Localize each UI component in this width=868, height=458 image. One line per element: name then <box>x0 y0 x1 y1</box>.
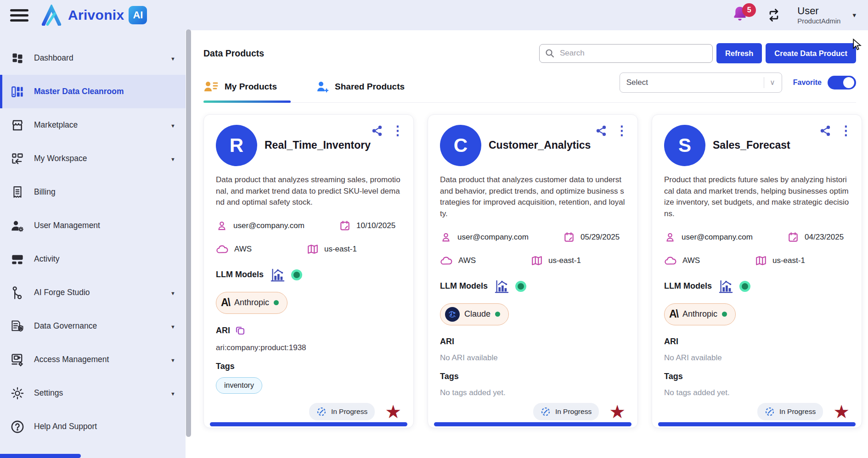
sidebar-item-marketplace[interactable]: Marketplace <box>0 108 186 142</box>
sidebar: Dashboard Master Data Cleanroom Marketpl… <box>0 30 186 458</box>
sidebar-item-master-data-cleanroom[interactable]: Master Data Cleanroom <box>0 75 186 108</box>
copy-icon[interactable] <box>235 325 246 336</box>
workspace-icon <box>10 152 25 165</box>
ari-label-row: ARI <box>664 337 850 346</box>
kebab-menu-icon[interactable] <box>391 125 404 137</box>
shared-products-icon <box>316 80 328 93</box>
region-field: us-east-1 <box>307 243 357 255</box>
product-card-grid: R Real_Time_Inventory Data product that … <box>203 114 856 428</box>
search-icon <box>545 49 554 58</box>
sidebar-item-settings[interactable]: Settings <box>0 376 186 410</box>
cloud-icon <box>216 244 229 255</box>
llm-status-dot <box>515 281 526 292</box>
hamburger-menu-icon[interactable] <box>10 9 28 22</box>
chevron-down-icon[interactable] <box>170 53 175 63</box>
model-chip[interactable]: Anthropic <box>664 303 736 325</box>
toggle-knob <box>843 77 854 88</box>
owner-field: user@company.com <box>664 231 787 243</box>
share-icon[interactable] <box>819 125 831 137</box>
cloud-field: AWS <box>440 255 531 266</box>
sidebar-item-ai-forge-studio[interactable]: AI Forge Studio <box>0 276 186 309</box>
person-icon <box>440 231 452 243</box>
card-title: Sales_Forecast <box>713 139 790 151</box>
sidebar-item-user-management[interactable]: User Management <box>0 209 186 242</box>
favorite-star[interactable] <box>833 403 850 420</box>
favorite-toggle[interactable] <box>828 76 856 89</box>
notification-count-badge: 5 <box>742 3 756 17</box>
kebab-menu-icon[interactable] <box>840 125 852 137</box>
sidebar-item-label: Access Management <box>34 355 109 364</box>
sidebar-item-label: Billing <box>34 187 56 197</box>
region-field: us-east-1 <box>755 255 805 267</box>
search-input[interactable] <box>559 48 707 58</box>
scrollbar-thumb[interactable] <box>186 29 191 437</box>
branch-icon <box>10 286 25 300</box>
llm-status-dot <box>291 269 302 280</box>
card-accent-bar <box>658 422 856 426</box>
share-icon[interactable] <box>595 125 607 137</box>
ari-empty-text: No ARI available <box>440 353 626 363</box>
chevron-down-icon[interactable] <box>170 154 175 163</box>
region-field: us-east-1 <box>531 255 581 267</box>
favorite-star[interactable] <box>609 403 626 420</box>
sidebar-item-billing[interactable]: Billing <box>0 175 186 209</box>
tab-my-products[interactable]: My Products <box>203 80 291 102</box>
avatar: C <box>440 125 481 166</box>
model-chip[interactable]: Claude <box>440 303 509 325</box>
model-chart-icon <box>718 279 733 294</box>
notifications-button[interactable]: 5 <box>732 5 750 25</box>
favorite-star[interactable] <box>385 403 401 420</box>
sidebar-item-dashboard[interactable]: Dashboard <box>0 41 186 75</box>
card-accent-bar <box>210 422 407 426</box>
help-icon <box>10 420 25 434</box>
sidebar-item-access-management[interactable]: Access Management <box>0 343 186 376</box>
card-title: Customer_Analytics <box>489 139 591 151</box>
search-box <box>539 44 713 63</box>
create-data-product-button[interactable]: Create Data Product <box>766 43 856 63</box>
page-title: Data Products <box>203 48 264 59</box>
date-field: 04/23/2025 <box>787 231 844 243</box>
model-chip[interactable]: Anthropic <box>216 292 287 314</box>
favorite-filter: Favorite <box>793 76 856 89</box>
kebab-menu-icon[interactable] <box>615 125 628 137</box>
date-field: 05/29/2025 <box>563 231 620 243</box>
tab-label: My Products <box>225 82 277 92</box>
sidebar-item-label: Marketplace <box>34 120 78 130</box>
status-badge: In Progress <box>757 403 823 420</box>
status-badge: In Progress <box>533 403 599 420</box>
brand-logo[interactable]: Arivonix AI <box>40 5 147 26</box>
main-content: Data Products Refresh Create Data Produc… <box>186 30 868 458</box>
tabs: My Products Shared Products <box>203 80 418 102</box>
model-chart-icon <box>494 279 509 294</box>
cloud-field: AWS <box>664 255 755 266</box>
chevron-down-icon[interactable] <box>170 321 175 331</box>
status-badge: In Progress <box>309 403 375 420</box>
sidebar-item-data-governance[interactable]: Data Governance <box>0 309 186 343</box>
chevron-down-icon[interactable] <box>170 388 175 398</box>
calendar-icon <box>339 220 351 232</box>
avatar: R <box>216 125 257 166</box>
chevron-down-icon[interactable] <box>170 288 175 297</box>
share-icon[interactable] <box>371 125 383 137</box>
sidebar-item-help-and-support[interactable]: Help And Support <box>0 410 186 443</box>
chevron-down-icon[interactable] <box>852 11 856 19</box>
refresh-button[interactable]: Refresh <box>716 43 762 63</box>
tag-chip[interactable]: inventory <box>216 377 262 394</box>
product-card: S Sales_Forecast Product that predicts f… <box>652 114 862 428</box>
ari-label-row: ARI <box>216 325 401 336</box>
filter-select[interactable]: Select <box>620 73 782 93</box>
chevron-down-icon[interactable] <box>170 120 175 130</box>
tags-label: Tags <box>664 372 850 381</box>
sidebar-item-activity[interactable]: Activity <box>0 242 186 276</box>
chevron-down-icon[interactable] <box>170 355 175 364</box>
tab-shared-products[interactable]: Shared Products <box>316 80 418 102</box>
account-switch-icon[interactable] <box>766 7 782 23</box>
in-progress-icon <box>541 407 551 417</box>
sidebar-item-my-workspace[interactable]: My Workspace <box>0 142 186 175</box>
ari-label-row: ARI <box>440 337 626 346</box>
sidebar-item-label: Activity <box>34 254 59 264</box>
sidebar-item-label: Data Governance <box>34 321 97 331</box>
tags-label: Tags <box>440 372 626 381</box>
app-window: Arivonix AI 5 <box>0 0 868 458</box>
user-menu[interactable]: User ProductAdmin <box>797 5 856 26</box>
